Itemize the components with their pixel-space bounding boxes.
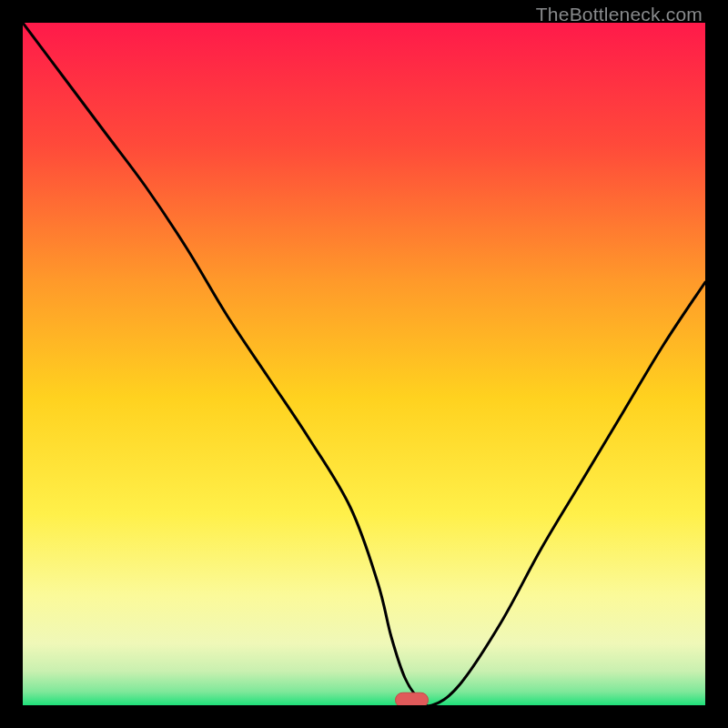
chart-root: TheBottleneck.com (0, 0, 728, 728)
curve-layer (23, 23, 705, 705)
optimum-marker (396, 693, 429, 705)
plot-area (23, 23, 705, 705)
watermark-text: TheBottleneck.com (536, 4, 703, 25)
bottleneck-curve (23, 23, 705, 705)
